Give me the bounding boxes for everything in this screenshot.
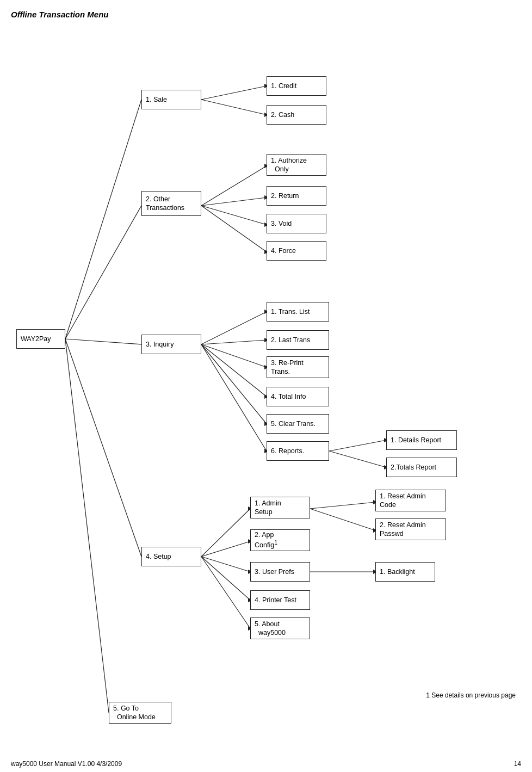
authorize-only-box: 1. Authorize Only xyxy=(267,154,326,176)
svg-line-11 xyxy=(201,197,267,206)
adminsetup-box: 1. AdminSetup xyxy=(250,497,310,518)
svg-line-2 xyxy=(65,339,141,344)
translist-box: 1. Trans. List xyxy=(267,302,329,322)
svg-line-45 xyxy=(310,509,375,530)
inquiry-box: 3. Inquiry xyxy=(141,335,201,354)
svg-line-5 xyxy=(201,86,267,100)
svg-line-43 xyxy=(310,502,375,509)
reprint-box: 3. Re-PrintTrans. xyxy=(267,356,329,378)
other-transactions-box: 2. OtherTransactions xyxy=(141,191,201,216)
goto-online-box: 5. Go To Online Mode xyxy=(109,702,171,724)
userprefs-box: 3. User Prefs xyxy=(250,562,310,582)
svg-line-9 xyxy=(201,166,267,206)
about-box: 5. About way5000 xyxy=(250,617,310,639)
svg-line-29 xyxy=(329,440,386,451)
reports-box: 6. Reports. xyxy=(267,441,329,461)
backlight-box: 1. Backlight xyxy=(375,562,435,582)
footer-left: way5000 User Manual V1.00 4/3/2009 xyxy=(11,760,122,768)
way2pay-box: WAY2Pay xyxy=(16,329,65,349)
svg-line-25 xyxy=(201,344,267,424)
svg-line-27 xyxy=(201,344,267,451)
svg-line-4 xyxy=(65,339,109,713)
printertest-box: 4. Printer Test xyxy=(250,590,310,610)
page-title: Offline Transaction Menu xyxy=(0,0,532,19)
svg-line-19 xyxy=(201,340,267,344)
setup-box: 4. Setup xyxy=(141,547,201,566)
credit-box: 1. Credit xyxy=(267,76,326,96)
diagram: WAY2Pay 1. Sale 1. Credit 2. Cash 2. Oth… xyxy=(0,19,532,748)
svg-line-35 xyxy=(201,541,250,557)
reset-admin-code-box: 1. Reset AdminCode xyxy=(375,490,446,511)
svg-line-1 xyxy=(65,206,141,339)
reset-admin-passwd-box: 2. Reset AdminPasswd xyxy=(375,518,446,540)
svg-line-31 xyxy=(329,451,386,467)
lasttrans-box: 2. Last Trans xyxy=(267,330,329,350)
svg-line-15 xyxy=(201,206,267,252)
sale-box: 1. Sale xyxy=(141,90,201,109)
svg-line-7 xyxy=(201,100,267,115)
svg-line-41 xyxy=(201,557,250,628)
footer-right: 14 xyxy=(514,760,521,768)
details-report-box: 1. Details Report xyxy=(386,430,457,450)
svg-line-37 xyxy=(201,557,250,572)
cash-box: 2. Cash xyxy=(267,105,326,125)
svg-line-39 xyxy=(201,557,250,600)
cleartrans-box: 5. Clear Trans. xyxy=(267,414,329,434)
svg-line-23 xyxy=(201,344,267,397)
totalinfo-box: 4. Total Info xyxy=(267,387,329,406)
appconfig-box: 2. AppConfig1 xyxy=(250,529,310,551)
svg-line-17 xyxy=(201,312,267,344)
totals-report-box: 2.Totals Report xyxy=(386,458,457,477)
return-box: 2. Return xyxy=(267,186,326,206)
svg-line-21 xyxy=(201,344,267,367)
force-box: 4. Force xyxy=(267,241,326,261)
page-footer: way5000 User Manual V1.00 4/3/2009 14 xyxy=(11,760,521,768)
footnote: 1 See details on previous page xyxy=(426,691,516,699)
svg-line-13 xyxy=(201,206,267,225)
svg-line-3 xyxy=(65,339,141,557)
svg-line-0 xyxy=(65,100,141,339)
svg-line-33 xyxy=(201,509,250,557)
void-box: 3. Void xyxy=(267,214,326,233)
